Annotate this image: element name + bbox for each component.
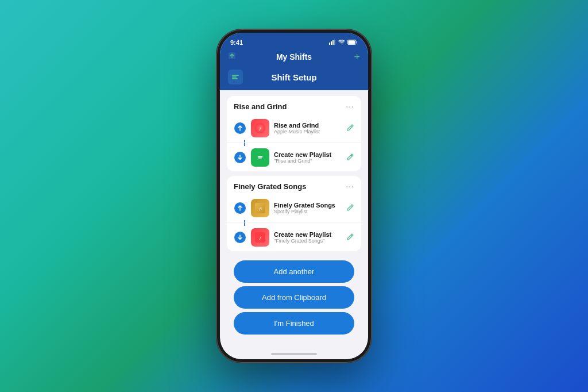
shortcut-name-3: Finely Grated Songs — [274, 202, 342, 209]
battery-icon — [347, 40, 358, 46]
im-finished-button[interactable]: I'm Finished — [234, 312, 354, 335]
svg-rect-3 — [334, 40, 335, 45]
nav-bar: My Shifts + — [220, 50, 368, 66]
wifi-icon — [338, 40, 345, 46]
shortcut-sub-1: Apple Music Playlist — [274, 129, 342, 134]
nav-back-icon[interactable] — [228, 52, 236, 62]
nav-add-icon[interactable]: + — [354, 51, 360, 63]
edit-icon-1[interactable] — [346, 124, 354, 133]
svg-rect-2 — [332, 40, 334, 45]
shortcut-info-3: Finely Grated Songs Spotify Playlist — [274, 202, 342, 214]
section-menu-1[interactable]: ··· — [346, 102, 354, 111]
section-header-2: Finely Grated Songs ··· — [227, 176, 361, 194]
home-indicator — [220, 349, 368, 359]
shortcut-sub-3: Spotify Playlist — [274, 209, 342, 214]
shortcut-row-2: Create new Playlist "Rise and Grind" — [227, 144, 361, 171]
edit-icon-4[interactable] — [346, 233, 354, 243]
shortcut-info-1: Rise and Grind Apple Music Playlist — [274, 122, 342, 134]
phone-screen: 9:41 — [220, 33, 368, 359]
connector-1 — [234, 122, 246, 134]
apple-music-icon-1: ♪ — [251, 119, 269, 137]
down-connector-icon-2 — [234, 232, 246, 243]
add-another-button[interactable]: Add another — [234, 260, 354, 283]
shortcut-row-3: ♬ Finely Grated Songs Spotify Playlist — [227, 194, 361, 222]
signal-icon — [329, 40, 336, 46]
edit-icon-3[interactable] — [346, 203, 354, 213]
shortcut-name-1: Rise and Grind — [274, 122, 342, 129]
shortcut-info-4: Create new Playlist "Finely Grated Songs… — [274, 231, 342, 244]
svg-rect-11 — [232, 78, 238, 79]
svg-rect-5 — [356, 41, 357, 43]
section-card-rise-and-grind: Rise and Grind ··· — [227, 96, 361, 171]
connector-4 — [234, 232, 246, 243]
svg-line-16 — [351, 155, 353, 156]
shortcut-sub-2: "Rise and Grind" — [274, 158, 342, 164]
section-card-finely-grated: Finely Grated Songs ··· — [227, 176, 361, 251]
status-bar: 9:41 — [220, 33, 368, 50]
down-connector-icon-1 — [234, 152, 246, 163]
section-menu-2[interactable]: ··· — [346, 182, 354, 191]
svg-text:♪: ♪ — [259, 125, 262, 132]
spotify-icon-1 — [251, 148, 269, 167]
shortcut-sub-4: "Finely Grated Songs" — [274, 238, 342, 244]
app-header-bar: Shift Setup — [220, 66, 368, 90]
svg-rect-1 — [331, 41, 332, 45]
section-title-2: Finely Grated Songs — [234, 182, 306, 191]
svg-line-14 — [351, 125, 353, 126]
connector-3 — [234, 202, 246, 214]
apple-music-icon-2: ♪ — [251, 228, 269, 247]
svg-rect-6 — [348, 40, 355, 44]
edit-icon-2[interactable] — [346, 153, 354, 163]
phone-shell: 9:41 — [216, 29, 372, 363]
section-header-1: Rise and Grind ··· — [227, 96, 361, 114]
section-title-1: Rise and Grind — [234, 102, 287, 111]
home-bar — [271, 353, 317, 355]
add-from-clipboard-button[interactable]: Add from Clipboard — [234, 286, 354, 309]
svg-text:♬: ♬ — [258, 206, 262, 212]
shortcut-info-2: Create new Playlist "Rise and Grind" — [274, 151, 342, 164]
svg-rect-10 — [232, 76, 237, 78]
shortcut-row-1: ♪ Rise and Grind Apple Music Playlist — [227, 114, 361, 143]
scroll-content: Rise and Grind ··· — [220, 90, 368, 349]
shortcut-connector-icon-1 — [234, 122, 246, 134]
status-time: 9:41 — [230, 39, 243, 46]
shortcut-name-2: Create new Playlist — [274, 151, 342, 158]
nav-title: My Shifts — [276, 52, 312, 62]
page-title: Shift Setup — [247, 72, 341, 82]
svg-line-19 — [351, 205, 353, 206]
svg-line-22 — [351, 235, 353, 236]
svg-text:♪: ♪ — [259, 235, 262, 241]
finely-grated-icon: ♬ — [251, 199, 269, 217]
shortcut-name-4: Create new Playlist — [274, 231, 342, 238]
shortcut-connector-icon-2 — [234, 202, 246, 214]
app-header-icon — [228, 70, 243, 84]
connector-2 — [234, 152, 246, 163]
svg-rect-0 — [329, 43, 330, 45]
svg-rect-9 — [232, 75, 239, 76]
actions-area: Add another Add from Clipboard I'm Finis… — [227, 256, 361, 340]
status-icons — [329, 40, 358, 46]
shortcut-row-4: ♪ Create new Playlist "Finely Grated Son… — [227, 224, 361, 251]
